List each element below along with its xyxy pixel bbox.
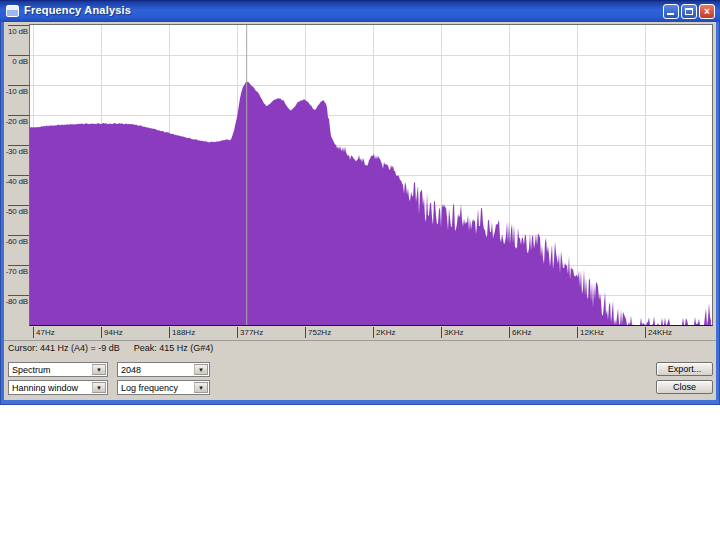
y-tick-label: -20 dB xyxy=(0,117,28,126)
close-button[interactable]: Close xyxy=(656,380,713,394)
x-tick-label: 47Hz xyxy=(33,327,55,338)
frequency-axis: 47Hz94Hz188Hz377Hz752Hz2KHz3KHz6KHz12KHz… xyxy=(30,326,712,339)
y-tick-label: -10 dB xyxy=(0,87,28,96)
x-tick-label: 752Hz xyxy=(305,327,331,338)
y-tick-label: -50 dB xyxy=(0,207,28,216)
axis-scale-select[interactable]: Log frequency ▼ xyxy=(117,380,210,395)
y-tick-label: -40 dB xyxy=(0,177,28,186)
y-tick xyxy=(8,25,30,26)
y-tick-label: -30 dB xyxy=(0,147,28,156)
chevron-down-icon[interactable]: ▼ xyxy=(194,382,208,393)
chevron-down-icon[interactable]: ▼ xyxy=(92,382,106,393)
y-tick-label: 10 dB xyxy=(0,27,28,36)
y-tick xyxy=(8,85,30,86)
window-function-select-value: Hanning window xyxy=(12,382,78,394)
frequency-analysis-window: Frequency Analysis × 10 dB0 dB-10 dB-20 … xyxy=(0,0,720,405)
x-tick-label: 377Hz xyxy=(237,327,263,338)
maximize-icon xyxy=(685,8,693,15)
cursor-readout: Cursor: 441 Hz (A4) = -9 dB xyxy=(8,343,120,353)
x-tick-label: 24KHz xyxy=(645,327,672,338)
minimize-icon xyxy=(667,13,674,15)
x-tick-label: 6KHz xyxy=(509,327,532,338)
minimize-button[interactable] xyxy=(663,4,679,19)
y-tick xyxy=(8,295,30,296)
spectrum-plot[interactable] xyxy=(29,24,713,326)
chevron-down-icon[interactable]: ▼ xyxy=(194,364,208,375)
algorithm-select-value: Spectrum xyxy=(12,364,51,376)
y-tick xyxy=(8,265,30,266)
spectrum-area-path xyxy=(30,82,711,325)
db-ruler: 10 dB0 dB-10 dB-20 dB-30 dB-40 dB-50 dB-… xyxy=(4,25,30,325)
y-tick-label: -60 dB xyxy=(0,237,28,246)
close-window-button[interactable]: × xyxy=(699,4,715,19)
title-bar[interactable]: Frequency Analysis × xyxy=(0,0,720,22)
export-button[interactable]: Export... xyxy=(656,362,713,376)
y-tick-label: 0 dB xyxy=(0,57,28,66)
dialog-client-area: 10 dB0 dB-10 dB-20 dB-30 dB-40 dB-50 dB-… xyxy=(4,22,716,400)
desktop-background: Frequency Analysis × 10 dB0 dB-10 dB-20 … xyxy=(0,0,720,540)
y-tick xyxy=(8,115,30,116)
y-tick xyxy=(8,235,30,236)
x-tick-label: 94Hz xyxy=(101,327,123,338)
y-tick xyxy=(8,145,30,146)
window-title: Frequency Analysis xyxy=(24,4,131,16)
x-tick-label: 12KHz xyxy=(577,327,604,338)
window-function-select[interactable]: Hanning window ▼ xyxy=(8,380,108,395)
x-tick-label: 2KHz xyxy=(373,327,396,338)
size-select-value: 2048 xyxy=(121,364,141,376)
y-tick-label: -80 dB xyxy=(0,297,28,306)
spectrum-svg xyxy=(30,25,712,325)
y-tick-label: -70 dB xyxy=(0,267,28,276)
status-bar: Cursor: 441 Hz (A4) = -9 dBPeak: 415 Hz … xyxy=(4,340,716,356)
x-tick-label: 188Hz xyxy=(169,327,195,338)
maximize-button[interactable] xyxy=(681,4,697,19)
window-icon xyxy=(6,5,19,17)
peak-readout: Peak: 415 Hz (G#4) xyxy=(134,343,214,353)
size-select[interactable]: 2048 ▼ xyxy=(117,362,210,377)
axis-scale-select-value: Log frequency xyxy=(121,382,178,394)
chevron-down-icon[interactable]: ▼ xyxy=(92,364,106,375)
y-tick xyxy=(8,55,30,56)
algorithm-select[interactable]: Spectrum ▼ xyxy=(8,362,108,377)
y-tick xyxy=(8,175,30,176)
x-tick-label: 3KHz xyxy=(441,327,464,338)
y-tick xyxy=(8,205,30,206)
